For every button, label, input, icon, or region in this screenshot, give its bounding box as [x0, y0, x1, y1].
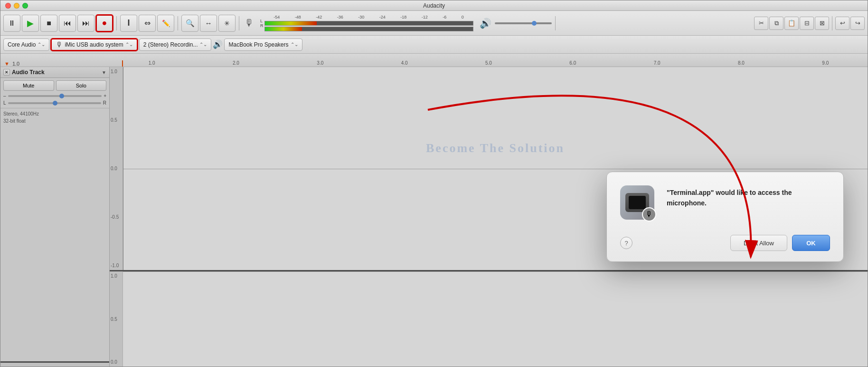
vu-meter: LR -54 -48 -42 -36 -30 -24 -18 -12 -6 [260, 15, 473, 31]
copy-button[interactable]: ⧉ [769, 17, 783, 30]
terminal-icon-bg: 🎙 [620, 185, 654, 220]
mic-icon: 🎙 [245, 18, 254, 29]
separator-5 [832, 16, 832, 30]
separator-4 [555, 16, 556, 30]
maximize-button[interactable] [22, 3, 28, 9]
ruler-mark-5: 5.0 [485, 60, 492, 66]
ruler-labels: 1.0 2.0 3.0 4.0 5.0 6.0 7.0 8.0 9.0 [110, 60, 868, 66]
meter-label-6: -24 [379, 15, 386, 19]
silence-button[interactable]: ⊠ [815, 17, 829, 30]
close-button[interactable] [5, 3, 11, 9]
cut-button[interactable]: ✂ [754, 17, 768, 30]
redo-button[interactable]: ↪ [850, 17, 865, 30]
recording-device-label: iMic USB audio system [65, 41, 123, 48]
separator-3 [239, 16, 239, 30]
window-controls [5, 3, 28, 9]
speaker-icon: 🔊 [480, 18, 491, 29]
channels-selector[interactable]: 2 (Stereo) Recordin... ⌃⌄ [139, 39, 212, 51]
channels-label: 2 (Stereo) Recordin... [143, 41, 198, 48]
meter-label-8: -12 [422, 15, 428, 19]
meter-label-1: -54 [274, 15, 280, 19]
ruler-mark-8: 8.0 [738, 60, 745, 66]
paste-button[interactable]: 📋 [784, 17, 799, 30]
mic-input-icon: 🎙 [56, 40, 63, 48]
undo-button[interactable]: ↩ [835, 17, 849, 30]
minimize-button[interactable] [14, 3, 19, 9]
ruler-marks-container: 1.0 2.0 3.0 4.0 5.0 6.0 7.0 8.0 9.0 [110, 60, 868, 67]
ruler-mark-2: 2.0 [233, 60, 239, 66]
dialog-content: 🎙 "Terminal.app" would like to access th… [620, 185, 830, 223]
transport-toolbar: ⏸ ▶ ■ ⏮ ⏭ ● I ⇔ ✏️ 🔍 ↔ ✳ 🎙 LR [0, 11, 868, 36]
dialog-overlay: 🎙 "Terminal.app" would like to access th… [0, 67, 868, 367]
playback-device-selector[interactable]: MacBook Pro Speakers ⌃⌄ [224, 39, 302, 51]
meter-label-9: -6 [443, 15, 446, 19]
ruler-left-spacer: ▼ 1.0 [0, 61, 110, 67]
meter-label-7: -18 [400, 15, 406, 19]
terminal-screen [629, 196, 646, 209]
select-tool-button[interactable]: ⇔ [139, 15, 156, 32]
edit-toolbar: ✂ ⧉ 📋 ⊟ ⊠ ↩ ↪ [754, 16, 865, 30]
play-button[interactable]: ▶ [22, 15, 39, 32]
next-button[interactable]: ⏭ [77, 15, 94, 32]
dialog-actions: ? Don't Allow OK [620, 235, 830, 251]
audacity-window: Audacity ⏸ ▶ ■ ⏮ ⏭ ● I ⇔ ✏️ 🔍 ↔ ✳ 🎙 [0, 0, 868, 367]
audio-host-label: Core Audio [8, 41, 36, 48]
draw-tool-button[interactable]: ✏️ [157, 15, 174, 32]
mic-badge: 🎙 [642, 207, 656, 222]
trim-button[interactable]: ⊟ [800, 17, 814, 30]
dialog-app-icon: 🎙 [620, 185, 658, 223]
ruler-collapse-triangle: ▼ [4, 61, 9, 67]
device-toolbar: Core Audio ⌃⌄ 🎙 iMic USB audio system ⌃⌄… [0, 36, 868, 54]
playback-icon: 🔊 [213, 39, 223, 49]
lr-label: LR [260, 19, 264, 28]
recording-device-selector[interactable]: 🎙 iMic USB audio system ⌃⌄ [51, 39, 137, 51]
playhead-marker [122, 60, 123, 67]
dialog-text: "Terminal.app" would like to access the … [667, 185, 830, 209]
meter-label-10: 0 [462, 15, 464, 19]
meter-bar-r [264, 27, 473, 31]
timeline-ruler: ▼ 1.0 1.0 2.0 3.0 4.0 5.0 6.0 7.0 8.0 9.… [0, 54, 868, 67]
playback-device-label: MacBook Pro Speakers [228, 41, 288, 48]
meter-bar-l [264, 21, 473, 26]
resize-tool-button[interactable]: ↔ [200, 15, 217, 32]
dont-allow-button[interactable]: Don't Allow [730, 235, 787, 251]
window-title: Audacity [423, 2, 445, 9]
separator-1 [116, 16, 117, 30]
recording-device-arrow: ⌃⌄ [125, 42, 133, 47]
title-bar: Audacity [0, 0, 868, 11]
ruler-mark-6: 6.0 [569, 60, 576, 66]
ok-button[interactable]: OK [792, 235, 830, 251]
zoom-tool-button[interactable]: 🔍 [181, 15, 198, 32]
playback-level-slider[interactable] [495, 22, 552, 24]
prev-button[interactable]: ⏮ [59, 15, 76, 32]
ruler-mark-3: 3.0 [317, 60, 323, 66]
main-content: ✕ Audio Track ▼ Mute Solo – + L [0, 67, 868, 367]
permission-dialog: 🎙 "Terminal.app" would like to access th… [606, 172, 844, 262]
channels-arrow: ⌃⌄ [199, 42, 207, 47]
ruler-mark-4: 4.0 [401, 60, 408, 66]
ruler-start-label: 1.0 [12, 61, 19, 67]
playback-device-arrow: ⌃⌄ [291, 42, 298, 47]
multi-tool-button[interactable]: ✳ [218, 15, 236, 32]
record-button[interactable]: ● [96, 15, 113, 32]
toolbars: ⏸ ▶ ■ ⏮ ⏭ ● I ⇔ ✏️ 🔍 ↔ ✳ 🎙 LR [0, 11, 868, 54]
ibeam-tool-button[interactable]: I [120, 15, 137, 32]
meter-label-4: -36 [337, 15, 343, 19]
dialog-help-button[interactable]: ? [620, 237, 632, 249]
meter-label-3: -42 [316, 15, 322, 19]
meter-label-5: -30 [358, 15, 364, 19]
ruler-mark-7: 7.0 [654, 60, 660, 66]
dialog-message: "Terminal.app" would like to access the … [667, 187, 830, 209]
audio-host-arrow: ⌃⌄ [38, 42, 45, 47]
dialog-button-group: Don't Allow OK [730, 235, 830, 251]
separator-2 [178, 16, 178, 30]
stop-button[interactable]: ■ [40, 15, 57, 32]
audio-host-selector[interactable]: Core Audio ⌃⌄ [3, 39, 49, 51]
ruler-mark-9: 9.0 [822, 60, 829, 66]
ruler-mark-1: 1.0 [149, 60, 155, 66]
pause-button[interactable]: ⏸ [3, 15, 20, 32]
meter-label-2: -48 [295, 15, 301, 19]
